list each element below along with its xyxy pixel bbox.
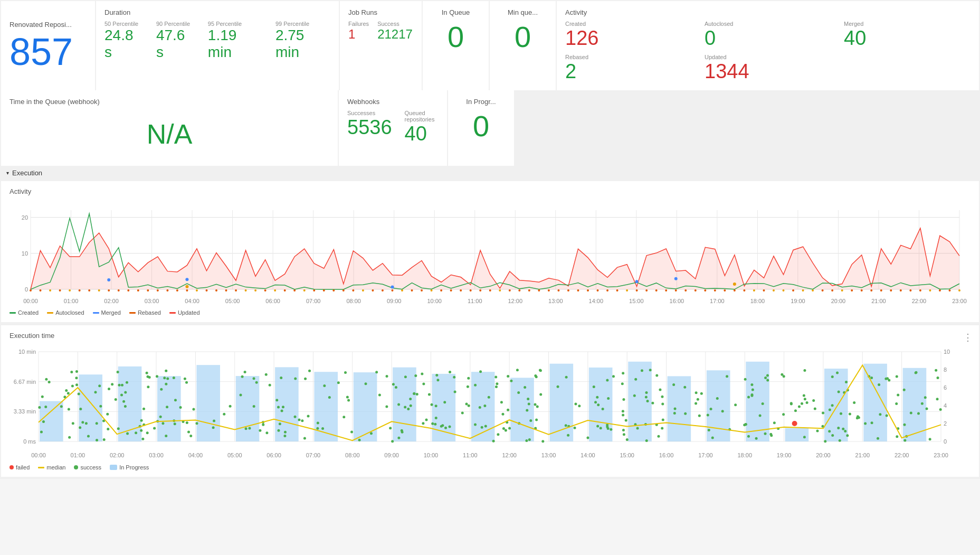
p90-value: 47.6 s <box>156 27 195 61</box>
success-label: Success <box>377 21 413 27</box>
autoclosed-label: Autoclosed <box>705 21 831 27</box>
p50-label: 50 Percentile <box>104 21 144 27</box>
p95-label: 95 Percentile <box>208 21 263 27</box>
activity-card-title: Activity <box>565 8 971 16</box>
updated-label: Updated <box>705 54 831 60</box>
legend-merged-label: Merged <box>101 309 121 316</box>
charts-area: Activity Created Autoclosed Merged <box>0 179 980 479</box>
p99-label: 99 Percentile <box>275 21 330 27</box>
exec-legend-inprogress: In Progress <box>110 464 149 471</box>
duration-row: 50 Percentile 24.8 s 90 Percentile 47.6 … <box>104 21 330 61</box>
exec-legend-failed: failed <box>9 464 30 471</box>
success-value: 21217 <box>377 27 413 42</box>
min-que-card: Min que... 0 <box>490 1 556 90</box>
p99-value: 2.75 min <box>275 27 330 61</box>
merged-value: 40 <box>844 27 971 50</box>
queued-label: Queued repositories <box>405 110 439 123</box>
exec-legend-median: median <box>38 464 65 471</box>
legend-created: Created <box>9 309 39 316</box>
time-queue-card: Time in the Queue (webhook) N/A <box>1 90 338 166</box>
in-progress-title: In Progr... <box>466 98 496 106</box>
legend-created-color <box>9 312 16 314</box>
p50-value: 24.8 s <box>104 27 144 61</box>
legend-rebased-label: Rebased <box>138 309 161 316</box>
execution-canvas <box>9 344 970 460</box>
in-queue-value: 0 <box>448 21 464 53</box>
activity-canvas <box>9 200 970 305</box>
failures-label: Failures <box>348 21 369 27</box>
webhooks-card: Webhooks Successes 5536 Queued repositor… <box>339 90 447 166</box>
activity-chart-container <box>9 200 971 305</box>
successes-value: 5536 <box>347 116 392 139</box>
job-success: Success 21217 <box>377 21 413 42</box>
in-queue-title: In Queue <box>442 8 470 16</box>
legend-autoclosed-label: Autoclosed <box>55 309 84 316</box>
created-value: 126 <box>565 27 692 50</box>
legend-created-label: Created <box>18 309 39 316</box>
execution-time-chart-container <box>9 344 971 460</box>
cards-row-1: Renovated Reposi... 857 Duration 50 Perc… <box>0 0 980 90</box>
time-queue-value: N/A <box>147 119 193 149</box>
exec-legend-success-color <box>74 465 78 469</box>
more-options-button[interactable]: ⋮ <box>963 332 973 343</box>
exec-legend-failed-label: failed <box>16 464 30 471</box>
legend-updated-color <box>169 312 176 314</box>
duration-p99: 99 Percentile 2.75 min <box>275 21 330 61</box>
updated-value: 1344 <box>705 60 831 83</box>
rebased-label: Rebased <box>565 54 692 60</box>
created-label: Created <box>565 21 692 27</box>
exec-legend-success-label: success <box>80 464 101 471</box>
chevron-icon: ▾ <box>6 170 9 176</box>
in-progress-card: In Progr... 0 <box>448 90 514 166</box>
dashboard: Renovated Reposi... 857 Duration 50 Perc… <box>0 0 980 479</box>
activity-updated: Updated 1344 <box>705 54 831 83</box>
duration-card: Duration 50 Percentile 24.8 s 90 Percent… <box>96 1 339 90</box>
spacer <box>515 90 979 166</box>
execution-time-chart-panel: ⋮ Execution time failed median success <box>1 325 979 477</box>
duration-p90: 90 Percentile 47.6 s <box>156 21 195 61</box>
merged-label: Merged <box>844 21 971 27</box>
webhooks-title: Webhooks <box>347 98 439 106</box>
exec-legend-success: success <box>74 464 101 471</box>
min-que-title: Min que... <box>508 8 538 16</box>
activity-legend: Created Autoclosed Merged Rebased Update… <box>9 309 971 316</box>
failures-value: 1 <box>348 27 369 42</box>
job-runs-title: Job Runs <box>348 8 413 16</box>
execution-legend: failed median success In Progress <box>9 464 971 471</box>
repo-count: 857 <box>9 33 87 71</box>
queued-value: 40 <box>405 123 439 145</box>
exec-legend-median-color <box>38 467 44 468</box>
duration-p50: 50 Percentile 24.8 s <box>104 21 144 61</box>
min-que-value: 0 <box>515 21 531 53</box>
webhooks-grid: Successes 5536 Queued repositories 40 <box>347 110 439 145</box>
activity-autoclosed: Autoclosed 0 <box>705 21 831 50</box>
in-progress-value: 0 <box>473 110 489 143</box>
activity-card: Activity Created 126 Autoclosed 0 Merged… <box>557 1 979 90</box>
legend-autoclosed-color <box>47 312 53 314</box>
legend-merged-color <box>93 312 99 314</box>
job-runs-card: Job Runs Failures 1 Success 21217 <box>340 1 422 90</box>
p95-value: 1.19 min <box>208 27 263 61</box>
legend-rebased: Rebased <box>129 309 161 316</box>
exec-legend-inprogress-label: In Progress <box>119 464 149 471</box>
rebased-value: 2 <box>565 60 692 83</box>
repo-card: Renovated Reposi... 857 <box>1 1 95 90</box>
duration-p95: 95 Percentile 1.19 min <box>208 21 263 61</box>
exec-legend-median-label: median <box>46 464 65 471</box>
webhooks-queued: Queued repositories 40 <box>405 110 439 145</box>
legend-rebased-color <box>129 312 136 314</box>
activity-chart-panel: Activity Created Autoclosed Merged <box>1 181 979 322</box>
legend-updated: Updated <box>169 309 200 316</box>
p90-label: 90 Percentile <box>156 21 195 27</box>
cards-row-2: Time in the Queue (webhook) N/A Webhooks… <box>0 90 980 167</box>
successes-label: Successes <box>347 110 392 116</box>
time-queue-title: Time in the Queue (webhook) <box>9 98 100 106</box>
duration-title: Duration <box>104 8 330 16</box>
activity-merged: Merged 40 <box>844 21 971 50</box>
activity-rebased: Rebased 2 <box>565 54 692 83</box>
exec-legend-failed-color <box>9 465 14 469</box>
execution-section-header[interactable]: ▾ Execution <box>0 167 980 179</box>
execution-label: Execution <box>12 169 42 177</box>
exec-legend-inprogress-color <box>110 465 117 470</box>
in-queue-card: In Queue 0 <box>423 1 489 90</box>
